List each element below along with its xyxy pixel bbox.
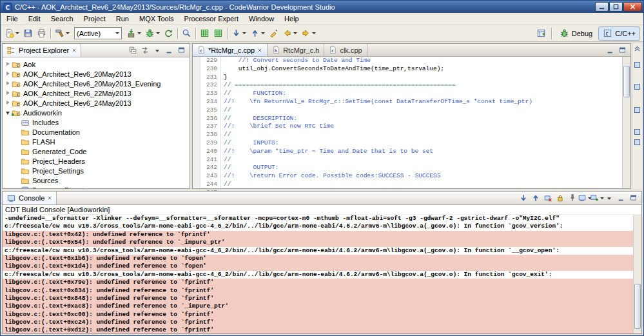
tree-item-aok[interactable]: CAok [3, 59, 190, 69]
close-view-icon[interactable] [72, 48, 77, 53]
menu-file[interactable]: File [1, 14, 23, 24]
perspective-cpp-button[interactable]: CC/C++ [598, 26, 640, 41]
console-line: libgcov.c:(.text+0x79e): undefined refer… [3, 279, 641, 286]
menu-processor-expert[interactable]: Processor Expert [179, 14, 244, 24]
previous-error-button[interactable] [530, 192, 542, 204]
tree-item-sources[interactable]: Sources [3, 175, 190, 185]
tree-twisty-icon[interactable] [5, 79, 12, 88]
back-button[interactable] [280, 26, 299, 41]
tree-item-aok-architect-rev6-20may2013-evening[interactable]: CAOK_Architect_Rev6_20May2013_Evening [3, 79, 190, 88]
console-line: libgcov.c:(.text+0xc00): undefined refer… [3, 311, 641, 319]
previous-annotation-button[interactable] [248, 26, 267, 41]
close-view-icon[interactable] [47, 195, 52, 201]
console-output[interactable]: -undefined=__sformatter -Xlinker --defsy… [3, 215, 641, 333]
overview-marker[interactable] [634, 62, 640, 68]
tree-item-aok-architect-rev6-24may2013[interactable]: CAOK_Architect_Rev6_24May2013 [3, 98, 190, 108]
minimize-button[interactable] [616, 192, 627, 204]
minimize-button[interactable] [595, 2, 609, 12]
menu-run[interactable]: Run [111, 14, 134, 24]
tree-twisty-icon[interactable] [5, 88, 12, 98]
debug-button[interactable] [143, 26, 162, 41]
overview-marker[interactable] [634, 139, 640, 145]
menu-edit[interactable]: Edit [23, 14, 46, 24]
tree-item-project-settings[interactable]: Project_Settings [3, 166, 190, 175]
tree-twisty-icon[interactable] [5, 108, 12, 117]
menu-project[interactable]: Project [79, 14, 111, 24]
editor-scrollbar[interactable] [622, 57, 630, 188]
svg-text:C: C [17, 103, 19, 106]
menu-window[interactable]: Window [244, 14, 279, 24]
overview-marker[interactable] [634, 84, 640, 90]
scroll-lock-button[interactable] [554, 192, 566, 204]
close-button[interactable] [623, 2, 642, 12]
open-perspective-button[interactable] [534, 26, 548, 41]
print-button[interactable] [35, 26, 48, 41]
editor-tab-rtcmgr-c-cpp[interactable]: c*RtcMgr_c.cpp [193, 44, 268, 56]
build-button[interactable] [53, 26, 72, 41]
svg-text:C: C [17, 83, 19, 87]
dropdown-caret-icon [261, 32, 265, 34]
line-number: 236 [200, 115, 217, 123]
perspective-debug-button[interactable]: Debug [555, 26, 597, 41]
active-config-select[interactable]: (Active) [74, 27, 122, 39]
tree-item-aok-architect-rev6-20may2013[interactable]: CAOK_Architect_Rev6_20May2013 [3, 69, 190, 79]
editor-scrollbar-thumb[interactable] [623, 66, 630, 97]
overview-marker[interactable] [634, 107, 640, 113]
clear-console-button[interactable] [542, 192, 554, 204]
maximize-button[interactable] [609, 2, 623, 12]
tree-item-audioworkin[interactable]: CAudioworkin [3, 108, 190, 117]
minimize-button[interactable] [164, 44, 175, 56]
console-tab[interactable]: Console [3, 192, 57, 204]
tree-item-label: Sources [32, 177, 58, 184]
tree-item-generated-code[interactable]: Generated_Code [3, 146, 190, 156]
line-number: 241 [200, 156, 217, 164]
menu-mqx-tools[interactable]: MQX Tools [134, 14, 179, 24]
menu-help[interactable]: Help [279, 14, 304, 24]
view-menu-button[interactable] [603, 192, 615, 204]
search-button[interactable] [180, 26, 193, 41]
overview-marker[interactable] [634, 129, 640, 135]
maximize-button[interactable] [617, 44, 629, 56]
tree-item-documentation[interactable]: Documentation [3, 127, 190, 137]
close-tab-icon[interactable] [257, 48, 262, 53]
next-annotation-button[interactable] [229, 26, 248, 41]
collapse-all-button[interactable] [127, 44, 139, 56]
tree-twisty-icon[interactable] [5, 98, 12, 108]
mqx-task-summary-button[interactable] [198, 26, 211, 41]
console-scrollbar[interactable] [633, 215, 641, 333]
maximize-button[interactable] [176, 44, 188, 56]
view-menu-button[interactable] [151, 44, 163, 56]
flash-programmer-button[interactable] [124, 26, 143, 41]
tree-twisty-icon[interactable] [5, 59, 12, 69]
tree-item-label: Project_Settings [32, 167, 84, 175]
tree-item-project-headers[interactable]: Project_Headers [3, 156, 190, 166]
title-bar[interactable]: C C/C++ - AOK_Architect_Rev6_24May2013/S… [1, 1, 643, 13]
link-with-editor-button[interactable] [139, 44, 151, 56]
refresh-button[interactable] [162, 26, 175, 41]
new-wizard-button[interactable] [3, 26, 21, 41]
tree-twisty-icon[interactable] [5, 69, 12, 79]
pin-console-button[interactable] [567, 192, 578, 204]
tree-item-flash[interactable]: FLASH [3, 137, 190, 146]
last-edit-location-button[interactable] [267, 26, 280, 41]
tree-item-includes[interactable]: Includes [3, 117, 190, 127]
project-explorer-tab[interactable]: Project Explorer [3, 44, 81, 57]
open-console-button[interactable] [591, 192, 603, 204]
display-selected-console-button[interactable] [579, 192, 590, 204]
code-editor[interactable]: //! Convert seconds to Date and Time uti… [221, 57, 622, 188]
console-scrollbar-thumb[interactable] [634, 284, 641, 329]
mqx-stack-usage-button[interactable] [211, 26, 225, 41]
maximize-icon [177, 46, 186, 55]
next-error-button[interactable] [518, 192, 529, 204]
save-button[interactable] [21, 26, 35, 41]
tree-item-aok-architect-rev6-22may2013[interactable]: CAOK_Architect_Rev6_22May2013 [3, 88, 190, 98]
editor-tab-clk-cpp[interactable]: cclk.cpp [324, 44, 367, 56]
pin-console-icon [568, 193, 577, 203]
maximize-button[interactable] [628, 192, 639, 204]
minimize-button[interactable] [605, 44, 616, 56]
tree-item-processorexpert-pe[interactable]: ProcessorExpert.pe [3, 185, 190, 188]
code-line: // [224, 181, 622, 188]
forward-button[interactable] [299, 26, 318, 41]
menu-search[interactable]: Search [46, 14, 79, 24]
editor-tab-rtcmgr-c-h[interactable]: hRtcMgr_c.h [268, 44, 324, 56]
